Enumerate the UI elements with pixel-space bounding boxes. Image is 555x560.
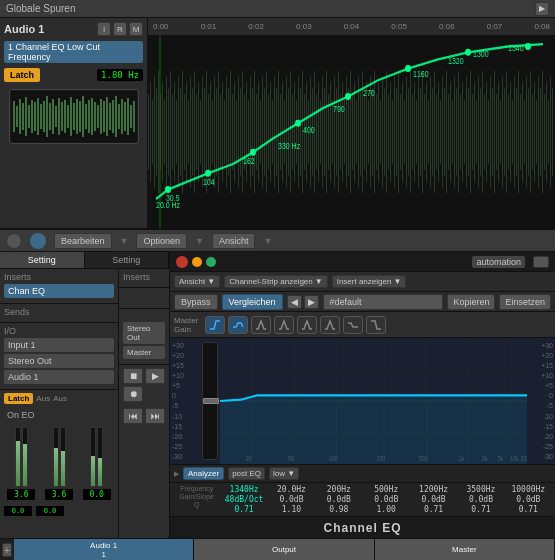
- eq-actions: Bypass Vergleichen ◀ ▶ #default Kopieren…: [170, 292, 555, 312]
- db-minus5-left: -5: [172, 402, 200, 409]
- chan-eq-slot[interactable]: Chan EQ: [4, 284, 114, 298]
- eq-fader-col[interactable]: [202, 342, 218, 460]
- svg-rect-186: [432, 88, 433, 175]
- band-btn-hp[interactable]: [205, 316, 225, 334]
- band-btn-hs[interactable]: [228, 316, 248, 334]
- svg-rect-168: [396, 88, 397, 175]
- options-button[interactable]: Optionen: [136, 233, 187, 249]
- transport-btn-2[interactable]: ▶: [145, 368, 165, 384]
- transport-btn-5[interactable]: ⏭: [145, 408, 165, 424]
- svg-rect-46: [152, 100, 153, 164]
- svg-rect-169: [398, 71, 399, 193]
- output-slot[interactable]: Stereo Out: [4, 354, 114, 368]
- expand-btn[interactable]: ▶: [535, 2, 549, 16]
- nav-prev[interactable]: ◀: [287, 295, 302, 309]
- nav-next[interactable]: ▶: [304, 295, 319, 309]
- svg-rect-137: [334, 77, 335, 188]
- insert-dropdown[interactable]: Insert anzeigen ▼: [332, 275, 407, 288]
- paste-button[interactable]: Einsetzen: [499, 294, 551, 310]
- copy-button[interactable]: Kopieren: [447, 294, 495, 310]
- svg-rect-103: [266, 71, 267, 193]
- channel-strip-label: Channel-Strip anzeigen: [229, 277, 313, 286]
- channel-label-output[interactable]: Output: [194, 539, 374, 560]
- fader-meter-pair: [15, 427, 28, 487]
- svg-rect-23: [79, 101, 81, 132]
- low-select[interactable]: low ▼: [269, 467, 299, 480]
- input-slot[interactable]: Input 1: [4, 338, 114, 352]
- band-btn-pk4[interactable]: [320, 316, 340, 334]
- bypass-button[interactable]: Bypass: [174, 294, 218, 310]
- track-solo-btn[interactable]: R: [113, 22, 127, 36]
- latch-button[interactable]: Latch: [4, 68, 40, 82]
- svg-text:1320: 1320: [448, 56, 464, 66]
- fader-value-2: 3.6: [45, 489, 73, 500]
- band-btn-pk1[interactable]: [251, 316, 271, 334]
- transport-btn-1[interactable]: ⏹: [123, 368, 143, 384]
- strip-tab-setting2[interactable]: Setting: [85, 252, 170, 268]
- svg-rect-241: [542, 71, 543, 193]
- eq-fader-handle[interactable]: [203, 398, 219, 404]
- waveform-area[interactable]: Alternative Rock Bass 01 ⬇: [148, 36, 555, 228]
- ls-filter-icon: [346, 319, 360, 331]
- strip-tab-setting1[interactable]: Setting: [0, 252, 85, 268]
- svg-rect-167: [394, 77, 395, 188]
- band3-gain: 0.0dB: [327, 495, 351, 504]
- band-btn-pk2[interactable]: [274, 316, 294, 334]
- svg-rect-210: [480, 88, 481, 175]
- track-record-btn[interactable]: M: [129, 22, 143, 36]
- strip-latch-btn[interactable]: Latch: [4, 393, 33, 404]
- view-button[interactable]: Ansicht: [212, 233, 256, 249]
- transport-btn-4[interactable]: ⏮: [123, 408, 143, 424]
- svg-rect-31: [103, 101, 105, 132]
- master-slot[interactable]: Master: [123, 346, 165, 359]
- channel-label-master[interactable]: Master: [375, 539, 555, 560]
- svg-rect-195: [450, 83, 451, 182]
- svg-rect-58: [176, 100, 177, 164]
- svg-rect-227: [514, 77, 515, 188]
- post-eq-select[interactable]: post EQ: [228, 467, 265, 480]
- svg-rect-21: [73, 103, 75, 130]
- channel-label-audio1[interactable]: Audio 1 1: [14, 539, 194, 560]
- channel-strip-arrow: ▼: [315, 277, 323, 286]
- svg-rect-4: [22, 103, 24, 130]
- preset-dropdown[interactable]: #default: [323, 294, 444, 310]
- svg-rect-108: [276, 88, 277, 175]
- svg-rect-216: [492, 88, 493, 175]
- svg-rect-82: [224, 100, 225, 164]
- eq-close-button[interactable]: [176, 256, 188, 268]
- svg-rect-60: [180, 88, 181, 175]
- svg-rect-238: [536, 100, 537, 164]
- svg-rect-181: [422, 71, 423, 193]
- add-track-button[interactable]: +: [2, 543, 12, 557]
- edit-button[interactable]: Bearbeiten: [54, 233, 112, 249]
- svg-rect-196: [452, 100, 453, 164]
- svg-rect-79: [218, 71, 219, 193]
- eq-minimize-btn[interactable]: [192, 257, 202, 267]
- band1-q: 0.71: [234, 505, 253, 514]
- svg-rect-120: [300, 88, 301, 175]
- param-band6: 3500Hz 0.0dB 0.71: [458, 485, 503, 514]
- analyzer-button[interactable]: Analyzer: [183, 467, 224, 480]
- svg-rect-71: [202, 77, 203, 188]
- band-btn-pk3[interactable]: [297, 316, 317, 334]
- stereo-out-slot[interactable]: Stereo Out: [123, 322, 165, 344]
- eq-expand-btn[interactable]: [533, 256, 549, 268]
- eq-graph[interactable]: +30 +20 +15 +10 +5 0 -5 -10 -15 -20 -25 …: [170, 338, 555, 464]
- compare-button[interactable]: Vergleichen: [222, 294, 283, 310]
- channel-strip-dropdown[interactable]: Channel-Strip anzeigen ▼: [224, 275, 328, 288]
- eq-maximize-btn[interactable]: [206, 257, 216, 267]
- arrow-icon: ▼: [120, 236, 129, 246]
- track-mute-btn[interactable]: I: [97, 22, 111, 36]
- latch-section: Latch Aus Aus: [0, 390, 118, 407]
- svg-rect-173: [406, 77, 407, 188]
- band-btn-lp[interactable]: [366, 316, 386, 334]
- ruler-mark-6: 0:06: [439, 22, 455, 31]
- svg-rect-222: [504, 88, 505, 175]
- svg-rect-178: [416, 100, 417, 164]
- track-slot[interactable]: Audio 1: [4, 370, 114, 384]
- svg-rect-163: [386, 71, 387, 193]
- band-btn-ls[interactable]: [343, 316, 363, 334]
- svg-rect-15: [55, 106, 57, 127]
- view-dropdown[interactable]: Ansicht ▼: [174, 275, 220, 288]
- transport-btn-3[interactable]: ⏺: [123, 386, 143, 402]
